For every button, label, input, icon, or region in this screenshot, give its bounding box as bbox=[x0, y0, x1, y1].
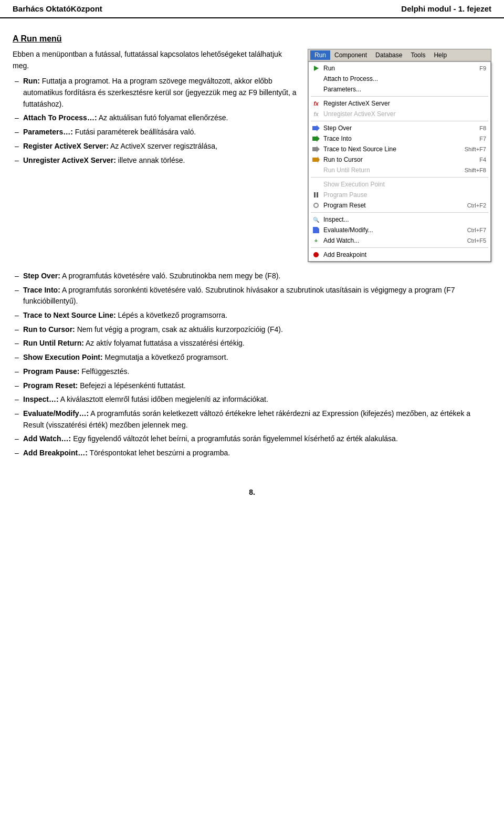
showexec-icon bbox=[311, 180, 321, 189]
two-col-layout: Ebben a menüpontban a futással, futtatás… bbox=[13, 49, 491, 262]
page-header: Barhács OktatóKözpont Delphi modul - 1. … bbox=[0, 0, 504, 18]
menu-item-inspect: 🔍 Inspect... bbox=[309, 214, 490, 225]
menu-item-addbreakpoint: Add Breakpoint bbox=[309, 249, 490, 260]
menu-item-tracenext: Trace to Next Source Line Shift+F7 bbox=[309, 144, 490, 154]
bullet-rununtilreturn: Run Until Return: Az aktív folyamat futt… bbox=[13, 338, 491, 349]
bullet-attach: Attach To Process…: Az aktuálisan futó f… bbox=[13, 112, 299, 124]
header-left: Barhács OktatóKözpont bbox=[13, 4, 102, 13]
attach-icon bbox=[311, 75, 321, 83]
bullet-tracenext: Trace to Next Source Line: Lépés a követ… bbox=[13, 310, 491, 321]
bullet-parameters: Parameters…: Futási paraméterek beállítá… bbox=[13, 127, 299, 138]
bullet-reset: Program Reset: Befejezi a lépésenkénti f… bbox=[13, 380, 491, 392]
evaluate-icon bbox=[311, 226, 321, 234]
menu-item-runtocursor: Run to Cursor F4 bbox=[309, 154, 490, 165]
stepover-icon bbox=[311, 124, 321, 132]
bullet-showexec: Show Execution Point: Megmutatja a követ… bbox=[13, 352, 491, 363]
menu-help: Help bbox=[429, 50, 451, 60]
page-number: 8. bbox=[249, 488, 255, 496]
header-right: Delphi modul - 1. fejezet bbox=[401, 4, 491, 13]
intro-text: Ebben a menüpontban a futással, futtatás… bbox=[13, 49, 299, 169]
bullet-inspect: Inspect…: A kiválasztott elemről futási … bbox=[13, 394, 491, 405]
sep1 bbox=[311, 96, 488, 97]
run-icon bbox=[311, 64, 321, 72]
intro-para1: Ebben a menüpontban a futással, futtatás… bbox=[13, 49, 299, 71]
bullet-run: Run: Futtatja a programot. Ha a program … bbox=[13, 76, 299, 110]
reset-icon bbox=[311, 201, 321, 210]
tracenext-icon bbox=[311, 145, 321, 153]
bullet-addbreakpoint: Add Breakpoint…: Töréspontokat lehet bes… bbox=[13, 448, 491, 459]
params-icon bbox=[311, 85, 321, 93]
menu-item-traceinto: Trace Into F7 bbox=[309, 133, 490, 144]
inspect-icon: 🔍 bbox=[311, 215, 321, 224]
menu-screenshot: Run Component Database Tools Help Run F9 bbox=[308, 49, 491, 262]
breakpoint-icon bbox=[311, 251, 321, 259]
sep5 bbox=[311, 247, 488, 248]
menu-component: Component bbox=[330, 50, 371, 60]
pause-icon bbox=[311, 191, 321, 199]
menu-menubar: Run Component Database Tools Help bbox=[308, 49, 491, 61]
unregister-icon: fx bbox=[311, 110, 321, 118]
menu-item-register: fx Register ActiveX Server bbox=[309, 98, 490, 109]
menu-run: Run bbox=[310, 50, 330, 60]
runtocursor-icon bbox=[311, 155, 321, 164]
bullet-list-continued: Step Over: A programfutás követésére val… bbox=[13, 271, 491, 462]
menu-tools: Tools bbox=[406, 50, 429, 60]
delphi-menu: Run Component Database Tools Help Run F9 bbox=[308, 49, 491, 262]
menu-item-params: Parameters... bbox=[309, 84, 490, 95]
svg-marker-1 bbox=[312, 136, 320, 142]
bullet-stepover: Step Over: A programfutás követésére val… bbox=[13, 271, 491, 282]
svg-marker-0 bbox=[312, 125, 320, 131]
bullet-pause: Program Pause: Felfüggesztés. bbox=[13, 366, 491, 378]
page-footer: 8. bbox=[0, 488, 504, 496]
section-title: A Run menü bbox=[13, 34, 491, 44]
menu-item-addwatch: + Add Watch... Ctrl+F5 bbox=[309, 235, 490, 246]
sep4 bbox=[311, 212, 488, 213]
svg-marker-2 bbox=[312, 146, 320, 152]
menu-item-unregister: fx Unregister ActiveX Server bbox=[309, 109, 490, 119]
menu-item-stepover: Step Over F8 bbox=[309, 123, 490, 133]
menu-item-rununtilreturn: Run Until Return Shift+F8 bbox=[309, 165, 490, 175]
register-icon: fx bbox=[311, 99, 321, 108]
menu-item-run: Run F9 bbox=[309, 63, 490, 74]
bullet-addwatch: Add Watch…: Egy figyelendő változót lehe… bbox=[13, 433, 491, 445]
sep3 bbox=[311, 177, 488, 178]
bullet-unregister: Unregister ActiveX Server: illetve annak… bbox=[13, 155, 299, 167]
menu-database: Database bbox=[371, 50, 406, 60]
menu-item-evaluate: Evaluate/Modify... Ctrl+F7 bbox=[309, 225, 490, 235]
menu-item-attach: Attach to Process... bbox=[309, 74, 490, 84]
traceinto-icon bbox=[311, 134, 321, 143]
rununtilreturn-icon bbox=[311, 166, 321, 174]
bullet-runtocursor: Run to Cursor: Nem fut végig a program, … bbox=[13, 324, 491, 336]
menu-item-pause: Program Pause bbox=[309, 190, 490, 200]
addwatch-icon: + bbox=[311, 236, 321, 245]
bullet-list: Run: Futtatja a programot. Ha a program … bbox=[13, 76, 299, 166]
main-content: A Run menü Ebben a menüpontban a futássa… bbox=[0, 24, 504, 467]
menu-dropdown: Run F9 Attach to Process... Parameters..… bbox=[308, 61, 491, 262]
bullet-register: Register ActiveX Server: Az ActiveX szer… bbox=[13, 141, 299, 152]
menu-item-reset: Program Reset Ctrl+F2 bbox=[309, 200, 490, 211]
bullet-evaluate: Evaluate/Modify…: A programfutás során k… bbox=[13, 408, 491, 431]
menu-item-showexec: Show Execution Point bbox=[309, 179, 490, 190]
bullet-traceinto: Trace Into: A programfutás soronkénti kö… bbox=[13, 285, 491, 307]
sep2 bbox=[311, 121, 488, 121]
svg-marker-3 bbox=[312, 157, 320, 163]
